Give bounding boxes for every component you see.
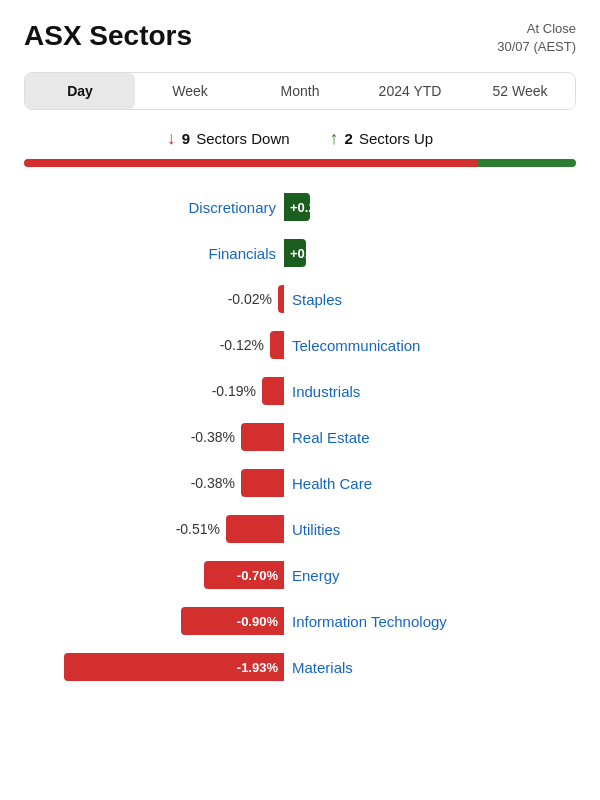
- bar-negative-5: [241, 423, 284, 451]
- arrow-down-icon: ↓: [167, 128, 176, 149]
- sector-left-10: -1.93%: [24, 653, 284, 681]
- sector-right-3: Telecommunication: [284, 337, 544, 354]
- sector-name-9: Information Technology: [284, 613, 455, 630]
- progress-green: [477, 159, 576, 167]
- sector-row: -1.93%Materials: [24, 649, 576, 685]
- sector-right-2: Staples: [284, 291, 544, 308]
- bar-negative-8: -0.70%: [204, 561, 284, 589]
- up-label: Sectors Up: [359, 130, 433, 147]
- sector-left-5: -0.38%: [24, 423, 284, 451]
- sector-name-5: Real Estate: [284, 429, 378, 446]
- tab-2024-ytd[interactable]: 2024 YTD: [355, 73, 465, 109]
- sector-left-1: Financials: [24, 245, 284, 262]
- arrow-up-icon: ↑: [330, 128, 339, 149]
- sector-name-0: Discretionary: [180, 199, 284, 216]
- sector-left-9: -0.90%: [24, 607, 284, 635]
- sector-name-8: Energy: [284, 567, 348, 584]
- sector-right-6: Health Care: [284, 475, 544, 492]
- sector-name-3: Telecommunication: [284, 337, 428, 354]
- tab-day[interactable]: Day: [25, 73, 135, 109]
- page-title: ASX Sectors: [24, 20, 192, 52]
- bar-positive-0: +0.23%: [284, 193, 310, 221]
- tab-52-week[interactable]: 52 Week: [465, 73, 575, 109]
- sector-pct-0: +0.23%: [290, 200, 334, 215]
- bar-negative-4: [262, 377, 284, 405]
- sector-name-6: Health Care: [284, 475, 380, 492]
- progress-red: [24, 159, 477, 167]
- sector-pct-5: -0.38%: [191, 429, 241, 445]
- sector-summary: ↓ 9 Sectors Down ↑ 2 Sectors Up: [24, 128, 576, 149]
- sector-name-10: Materials: [284, 659, 361, 676]
- down-count: 9: [182, 130, 190, 147]
- sector-chart: Discretionary+0.23%Financials+0.19%-0.02…: [24, 189, 576, 685]
- sector-row: -0.90%Information Technology: [24, 603, 576, 639]
- sector-left-6: -0.38%: [24, 469, 284, 497]
- sector-name-7: Utilities: [284, 521, 348, 538]
- tab-week[interactable]: Week: [135, 73, 245, 109]
- sector-row: -0.19%Industrials: [24, 373, 576, 409]
- sector-row: -0.51%Utilities: [24, 511, 576, 547]
- sector-pct-9: -0.90%: [237, 614, 278, 629]
- sector-right-1: +0.19%: [284, 239, 544, 267]
- sector-left-0: Discretionary: [24, 199, 284, 216]
- sectors-down-summary: ↓ 9 Sectors Down: [167, 128, 290, 149]
- sector-right-10: Materials: [284, 659, 544, 676]
- sector-right-0: +0.23%: [284, 193, 544, 221]
- sector-row: -0.38%Health Care: [24, 465, 576, 501]
- sector-pct-10: -1.93%: [237, 660, 278, 675]
- sector-progress-bar: [24, 159, 576, 167]
- sector-pct-4: -0.19%: [212, 383, 262, 399]
- sector-name-4: Industrials: [284, 383, 368, 400]
- sector-left-3: -0.12%: [24, 331, 284, 359]
- bar-negative-6: [241, 469, 284, 497]
- sector-name-2: Staples: [284, 291, 350, 308]
- sector-left-2: -0.02%: [24, 285, 284, 313]
- sector-right-8: Energy: [284, 567, 544, 584]
- sector-right-5: Real Estate: [284, 429, 544, 446]
- bar-negative-3: [270, 331, 284, 359]
- down-label: Sectors Down: [196, 130, 289, 147]
- sector-pct-3: -0.12%: [220, 337, 270, 353]
- bar-negative-7: [226, 515, 284, 543]
- sector-pct-7: -0.51%: [176, 521, 226, 537]
- sector-row: Financials+0.19%: [24, 235, 576, 271]
- page-header: ASX Sectors At Close 30/07 (AEST): [24, 20, 576, 56]
- at-close-label: At Close 30/07 (AEST): [497, 20, 576, 56]
- sector-left-4: -0.19%: [24, 377, 284, 405]
- up-count: 2: [345, 130, 353, 147]
- sector-row: -0.38%Real Estate: [24, 419, 576, 455]
- sector-row: -0.02%Staples: [24, 281, 576, 317]
- sector-row: -0.70%Energy: [24, 557, 576, 593]
- sector-left-7: -0.51%: [24, 515, 284, 543]
- sector-pct-1: +0.19%: [290, 246, 334, 261]
- tab-month[interactable]: Month: [245, 73, 355, 109]
- bar-negative-10: -1.93%: [64, 653, 284, 681]
- sector-row: -0.12%Telecommunication: [24, 327, 576, 363]
- sector-right-4: Industrials: [284, 383, 544, 400]
- sector-row: Discretionary+0.23%: [24, 189, 576, 225]
- period-tabs: DayWeekMonth2024 YTD52 Week: [24, 72, 576, 110]
- sector-right-7: Utilities: [284, 521, 544, 538]
- sectors-up-summary: ↑ 2 Sectors Up: [330, 128, 434, 149]
- sector-pct-8: -0.70%: [237, 568, 278, 583]
- bar-negative-9: -0.90%: [181, 607, 284, 635]
- bar-positive-1: +0.19%: [284, 239, 306, 267]
- sector-right-9: Information Technology: [284, 613, 544, 630]
- sector-name-1: Financials: [200, 245, 284, 262]
- sector-left-8: -0.70%: [24, 561, 284, 589]
- sector-pct-6: -0.38%: [191, 475, 241, 491]
- sector-pct-2: -0.02%: [228, 291, 278, 307]
